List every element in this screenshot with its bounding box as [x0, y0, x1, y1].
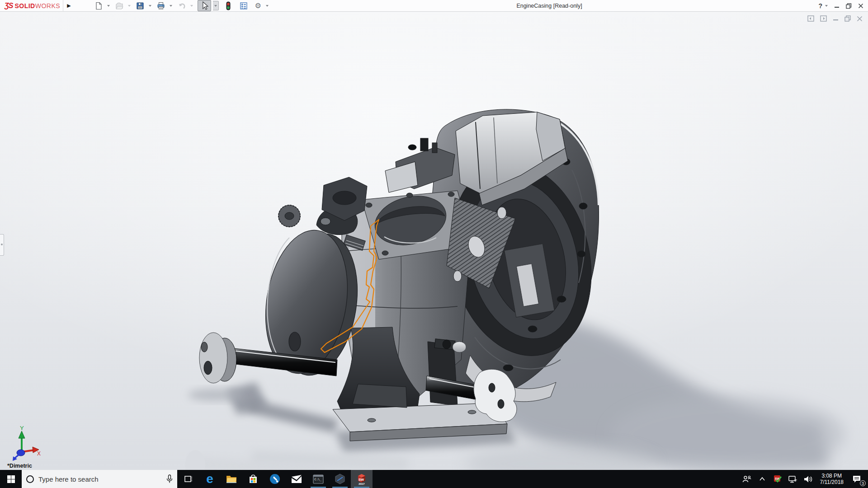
solidworks-logo: ƷS SOLID WORKS	[0, 0, 63, 12]
wrench-circle-icon	[269, 474, 280, 484]
engine-casing-model	[0, 12, 868, 470]
restore-button[interactable]	[846, 3, 852, 9]
select-dropdown-caret[interactable]	[213, 1, 219, 10]
print-dropdown-caret[interactable]	[170, 5, 172, 7]
network-icon	[788, 475, 797, 483]
taskbar-app-solidworks[interactable]: SW 2017	[351, 470, 373, 488]
window-controls: ?	[818, 0, 863, 12]
task-view-icon	[184, 474, 193, 483]
chevron-up-icon	[759, 477, 765, 481]
cortana-icon	[26, 475, 34, 483]
people-button[interactable]	[741, 470, 752, 488]
solidworks-logo-glyph: ƷS	[5, 2, 13, 10]
network-button[interactable]	[788, 470, 798, 488]
undo-icon	[178, 2, 186, 10]
sw-year: 2017	[359, 483, 365, 485]
triad-y-label: Y	[20, 425, 24, 432]
solidworks-tray-button[interactable]: SW	[772, 470, 783, 488]
windows-logo-icon	[7, 475, 15, 483]
taskbar-clock[interactable]: 3:08 PM 7/11/2018	[818, 473, 846, 485]
sw-letters: SW	[359, 478, 364, 482]
people-icon	[742, 475, 751, 483]
handle-dot-icon	[1, 244, 3, 245]
doc-close-button[interactable]	[857, 15, 863, 22]
undo-dropdown-caret[interactable]	[190, 5, 193, 7]
open-folder-icon	[115, 2, 123, 10]
microsoft-store-icon	[248, 474, 258, 484]
save-dropdown-caret[interactable]	[149, 5, 151, 7]
save-floppy-icon	[136, 2, 144, 10]
show-hidden-icons-button[interactable]	[757, 470, 768, 488]
undo-button[interactable]	[177, 1, 187, 10]
document-window-controls	[807, 15, 863, 22]
minimize-button[interactable]	[834, 3, 840, 9]
feature-manager-handle[interactable]	[0, 234, 4, 256]
close-button[interactable]	[858, 3, 863, 9]
taskbar: e	[0, 470, 868, 488]
task-view-button[interactable]	[177, 470, 199, 488]
triad-x-label: X	[37, 450, 41, 457]
microphone-icon[interactable]	[166, 474, 173, 483]
command-prompt-icon: C:\_	[313, 474, 324, 484]
solidworks-tray-icon: SW	[774, 475, 782, 483]
volume-icon	[804, 475, 813, 483]
cmd-prompt-text: C:\_	[315, 478, 322, 481]
taskbar-app-mail[interactable]	[286, 470, 307, 488]
help-dropdown-caret[interactable]	[825, 5, 828, 7]
print-icon	[157, 2, 165, 10]
doc-minimize-button[interactable]	[833, 15, 839, 22]
taskbar-app-get-help[interactable]	[264, 470, 286, 488]
orientation-triad: Y X	[6, 424, 42, 462]
open-dropdown-caret[interactable]	[128, 5, 131, 7]
titlebar: ƷS SOLID WORKS ▶	[0, 0, 868, 12]
action-center-button[interactable]: 3	[850, 470, 863, 488]
volume-button[interactable]	[803, 470, 814, 488]
open-button[interactable]	[114, 1, 124, 10]
new-document-icon	[94, 2, 103, 10]
document-title: EngineCasing [Read-only]	[231, 0, 868, 12]
taskbar-app-command-prompt[interactable]: C:\_	[307, 470, 329, 488]
save-button[interactable]	[135, 1, 145, 10]
view-orientation-label: *Dimetric	[7, 463, 32, 469]
search-input[interactable]	[38, 475, 162, 483]
clock-time: 3:08 PM	[820, 473, 844, 479]
solidworks-2017-icon: SW 2017	[356, 473, 368, 485]
taskbar-app-store[interactable]	[242, 470, 264, 488]
help-button[interactable]: ?	[818, 2, 822, 9]
collapse-pane-left-icon[interactable]	[807, 15, 814, 22]
select-cursor-icon	[199, 1, 209, 10]
print-button[interactable]	[156, 1, 166, 10]
menu-expand-arrow-icon[interactable]: ▶	[67, 3, 71, 9]
system-tray: SW 3:08 PM 7/11/2018	[741, 470, 868, 488]
taskbar-app-edge[interactable]: e	[199, 470, 221, 488]
taskbar-app-hexagon[interactable]	[329, 470, 351, 488]
new-document-button[interactable]	[94, 1, 104, 10]
taskbar-app-file-explorer[interactable]	[221, 470, 242, 488]
edge-icon: e	[206, 473, 213, 485]
start-button[interactable]	[0, 470, 22, 488]
notification-badge: 3	[860, 480, 866, 486]
clock-date: 7/11/2018	[820, 479, 844, 485]
graphics-viewport[interactable]: Y X *Dimetric	[0, 12, 868, 470]
mail-icon	[291, 474, 302, 483]
expand-pane-right-icon[interactable]	[820, 15, 827, 22]
new-dropdown-caret[interactable]	[107, 5, 110, 7]
taskbar-search[interactable]	[22, 470, 177, 488]
doc-restore-button[interactable]	[844, 15, 851, 22]
file-explorer-icon	[226, 474, 237, 484]
select-tool-button[interactable]	[198, 0, 211, 11]
model-canvas[interactable]	[0, 12, 868, 470]
hexagon-app-icon	[335, 474, 345, 484]
